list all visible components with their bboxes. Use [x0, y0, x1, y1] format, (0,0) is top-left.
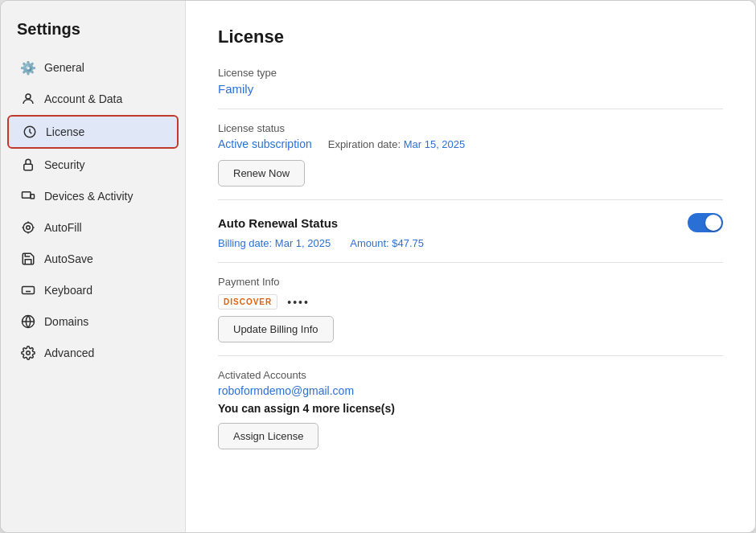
devices-icon	[20, 188, 36, 204]
license-type-label: License type	[218, 67, 723, 79]
app-window: Settings ⚙️ General Account & Data Licen…	[0, 0, 756, 533]
activated-accounts-label: Activated Accounts	[218, 369, 723, 381]
auto-renewal-section: Auto Renewal Status Billing date: Mar 1,…	[218, 213, 723, 249]
divider-3	[218, 262, 723, 263]
svg-rect-3	[23, 192, 31, 199]
auto-renewal-label: Auto Renewal Status	[218, 216, 338, 230]
page-title: License	[218, 27, 723, 47]
advanced-icon	[20, 345, 36, 361]
assign-note: You can assign 4 more license(s)	[218, 402, 723, 415]
svg-rect-2	[24, 164, 33, 170]
assign-license-button[interactable]: Assign License	[218, 423, 318, 449]
status-row: Active subscription Expiration date: Mar…	[218, 137, 723, 150]
billing-row: Billing date: Mar 1, 2025 Amount: $47.75	[218, 237, 723, 249]
svg-point-6	[23, 223, 33, 232]
domains-icon	[20, 314, 36, 330]
autofill-icon	[20, 219, 36, 236]
sidebar-item-label: AutoFill	[44, 221, 82, 234]
update-billing-button[interactable]: Update Billing Info	[218, 316, 334, 342]
renew-now-button[interactable]: Renew Now	[218, 160, 305, 187]
svg-rect-4	[31, 195, 35, 199]
renewal-row: Auto Renewal Status	[218, 213, 723, 232]
sidebar-item-security[interactable]: Security	[7, 150, 179, 180]
license-icon	[22, 124, 38, 140]
account-icon	[20, 91, 36, 107]
svg-point-0	[26, 94, 31, 99]
license-type-value: Family	[218, 82, 723, 96]
security-icon	[20, 157, 36, 173]
sidebar-item-label: Account & Data	[44, 92, 122, 105]
expiry-label: Expiration date: Mar 15, 2025	[328, 138, 466, 150]
sidebar-item-label: Keyboard	[44, 284, 92, 297]
sidebar-item-autosave[interactable]: AutoSave	[7, 244, 179, 274]
sidebar-item-label: General	[44, 61, 84, 74]
expiry-date: Mar 15, 2025	[404, 138, 466, 150]
sidebar-item-label: Security	[44, 158, 85, 171]
amount: Amount: $47.75	[350, 237, 424, 249]
sidebar-item-license[interactable]: License	[7, 115, 179, 149]
svg-point-19	[27, 351, 31, 355]
divider-2	[218, 199, 723, 200]
payment-info-section: Payment Info DISCOVER ••••	[218, 276, 723, 310]
sidebar-item-label: Domains	[44, 315, 88, 328]
card-dots: ••••	[287, 296, 310, 309]
sidebar: Settings ⚙️ General Account & Data Licen…	[1, 1, 186, 532]
main-content: License License type Family License stat…	[186, 1, 755, 532]
sidebar-item-advanced[interactable]: Advanced	[7, 338, 179, 368]
license-status-label: License status	[218, 122, 723, 134]
activated-accounts-section: Activated Accounts roboformdemo@gmail.co…	[218, 369, 723, 415]
keyboard-icon	[20, 282, 36, 298]
svg-point-5	[27, 226, 31, 230]
divider-1	[218, 109, 723, 109]
sidebar-item-label: Devices & Activity	[44, 190, 133, 203]
sidebar-item-domains[interactable]: Domains	[7, 306, 179, 337]
sidebar-item-account-data[interactable]: Account & Data	[7, 84, 179, 114]
divider-4	[218, 355, 723, 356]
activated-email[interactable]: roboformdemo@gmail.com	[218, 384, 354, 397]
card-brand: DISCOVER	[218, 294, 277, 310]
sidebar-item-label: License	[46, 125, 84, 138]
sidebar-item-label: AutoSave	[44, 252, 93, 265]
general-icon: ⚙️	[20, 59, 36, 76]
license-status-active: Active subscription	[218, 137, 312, 150]
sidebar-item-keyboard[interactable]: Keyboard	[7, 275, 179, 305]
license-status-section: License status Active subscription Expir…	[218, 122, 723, 150]
svg-rect-11	[23, 287, 35, 294]
auto-renewal-toggle[interactable]	[688, 213, 723, 232]
sidebar-item-autofill[interactable]: AutoFill	[7, 212, 179, 243]
sidebar-item-devices-activity[interactable]: Devices & Activity	[7, 181, 179, 211]
sidebar-item-general[interactable]: ⚙️ General	[7, 52, 179, 83]
sidebar-item-label: Advanced	[44, 346, 94, 359]
autosave-icon	[20, 251, 36, 267]
billing-date: Billing date: Mar 1, 2025	[218, 237, 331, 249]
payment-info-label: Payment Info	[218, 276, 723, 288]
sidebar-title: Settings	[1, 14, 185, 51]
payment-row: DISCOVER ••••	[218, 294, 723, 310]
license-type-section: License type Family	[218, 67, 723, 96]
